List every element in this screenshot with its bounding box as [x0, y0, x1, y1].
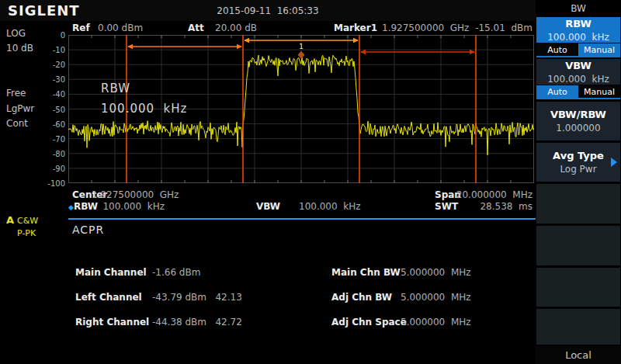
rbw-softkey-value: 100.000 kHz: [547, 32, 609, 43]
softkey-empty-4[interactable]: [536, 309, 620, 345]
trace-detector-label: P-PK: [17, 228, 36, 238]
rbw-overlay-value: 100.000 kHz: [101, 102, 187, 116]
acpr-right-channel-value: -44.38 dBm 42.72: [152, 317, 242, 328]
acpr-main-channel-label: Main Channel: [75, 267, 147, 278]
vbw-footer-value: 100.000 kHz: [299, 201, 361, 212]
vbw-auto-option[interactable]: Auto: [536, 85, 578, 98]
status-scale: 10 dB: [6, 43, 33, 54]
acpr-main-channel-value: -1.66 dBm: [152, 267, 200, 278]
svg-text:1: 1: [299, 43, 304, 50]
datetime: 2015-09-11 16:05:33: [0, 5, 536, 16]
softkey-avg-type[interactable]: Avg Type Log Pwr: [536, 143, 620, 182]
vbw-auto-manual-toggle: Auto Manual: [536, 85, 620, 99]
top-bar: SIGLENT 2015-09-11 16:05:33: [0, 0, 536, 21]
y-tick-7: -70: [39, 135, 65, 144]
rbw-softkey-title: RBW: [565, 18, 592, 29]
rbw-overlay-label: RBW: [101, 81, 130, 95]
ref-value: 0.00 dBm: [98, 23, 143, 33]
acpr-left-channel-label: Left Channel: [75, 292, 142, 303]
rbw-auto-manual-toggle: Auto Manual: [536, 43, 620, 57]
coupled-marker-icon: ◆: [68, 203, 74, 211]
softkey-rbw[interactable]: RBW 100.000 kHz: [536, 17, 620, 43]
submenu-arrow-icon: [611, 158, 617, 167]
acpr-title: ACPR: [72, 224, 104, 236]
marker-frequency: 1.927500000 GHz: [382, 23, 469, 33]
acpr-adj-bw-value: 5.000000 MHz: [401, 292, 471, 303]
acpr-adj-bw-label: Adj Chn BW: [331, 292, 392, 303]
acpr-main-bw-value: 5.000000 MHz: [401, 267, 471, 278]
acpr-right-channel-label: Right Channel: [75, 317, 149, 328]
y-tick-2: -20: [39, 61, 65, 69]
rbw-manual-option[interactable]: Manual: [578, 43, 620, 56]
ref-label: Ref: [72, 23, 90, 33]
softkey-empty-1[interactable]: [536, 184, 620, 224]
softkey-empty-2[interactable]: [536, 226, 620, 265]
y-tick-4: -40: [39, 90, 65, 99]
y-tick-9: -90: [39, 165, 65, 173]
att-label: Att: [188, 23, 204, 33]
status-sweep: Cont: [6, 118, 28, 129]
vbw-manual-option[interactable]: Manual: [578, 85, 620, 98]
center-value: 1.927500000 GHz: [92, 189, 165, 200]
menu-title: BW: [536, 3, 621, 14]
vbw-softkey-value: 100.000 kHz: [547, 74, 609, 85]
rbw-footer-value: 100.000 kHz: [92, 201, 165, 212]
vbw-softkey-title: VBW: [565, 60, 592, 71]
acpr-main-bw-label: Main Chn BW: [331, 267, 401, 278]
local-button[interactable]: Local: [536, 346, 621, 364]
status-log: LOG: [6, 28, 26, 39]
swt-value: 28.538 ms: [447, 201, 533, 212]
status-avgtype: LgPwr: [6, 103, 34, 114]
softkey-vbw-rbw-ratio[interactable]: VBW/RBW 1.000000: [536, 102, 620, 140]
marker-amplitude: -15.01 dBm: [463, 23, 533, 33]
y-tick-10: -100: [39, 179, 65, 188]
acpr-separator-line: [68, 218, 537, 220]
softkey-vbw[interactable]: VBW 100.000 kHz: [536, 59, 620, 85]
ratio-softkey-value: 1.000000: [556, 123, 600, 133]
trace-mode-label: C&W: [17, 216, 38, 226]
rbw-auto-option[interactable]: Auto: [536, 43, 578, 56]
marker-label: Marker1: [334, 23, 377, 33]
att-value: 20.00 dB: [215, 23, 257, 33]
y-tick-8: -80: [39, 150, 65, 158]
acpr-left-channel-value: -43.79 dBm 42.13: [152, 292, 242, 303]
acpr-adj-space-label: Adj Chn Space: [331, 317, 407, 328]
status-trigger: Free: [6, 88, 26, 99]
avg-type-value: Log Pwr: [560, 164, 596, 175]
avg-type-title: Avg Type: [553, 150, 604, 161]
y-tick-5: -50: [39, 106, 65, 114]
trace-a-label: A: [6, 214, 14, 226]
ratio-softkey-title: VBW/RBW: [550, 109, 606, 120]
softkey-empty-3[interactable]: [536, 268, 620, 307]
span-value: 20.000000 MHz: [447, 189, 533, 200]
y-tick-6: -60: [39, 120, 65, 129]
y-tick-3: -30: [39, 75, 65, 84]
softkey-menu: BW RBW 100.000 kHz Auto Manual VBW 100.0…: [536, 0, 621, 364]
y-tick-1: -10: [39, 46, 65, 54]
acpr-adj-space-value: 5.000000 MHz: [401, 317, 471, 328]
vbw-footer-label: VBW: [256, 201, 280, 212]
y-tick-0: 0: [39, 31, 65, 40]
